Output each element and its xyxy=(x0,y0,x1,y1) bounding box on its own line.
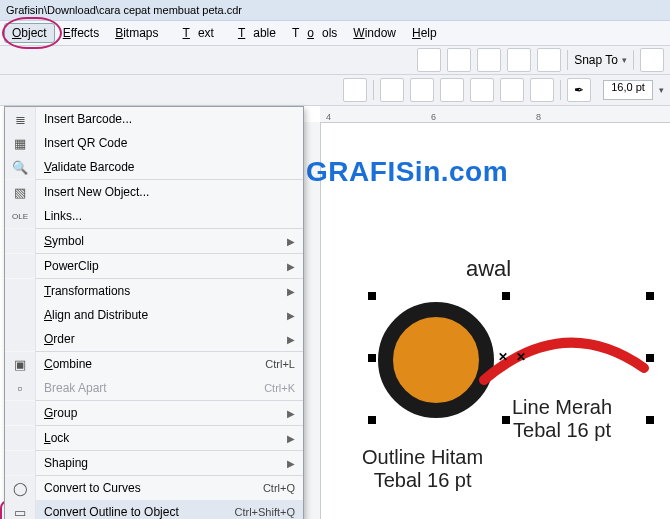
submenu-arrow-icon: ▶ xyxy=(279,458,303,469)
menu-links[interactable]: OLELinks... xyxy=(5,204,303,228)
menu-insert-new-object[interactable]: ▧Insert New Object... xyxy=(5,180,303,204)
outline-width-input[interactable]: 16,0 pt xyxy=(603,80,653,100)
break-icon: ▫ xyxy=(5,376,36,400)
menu-convert-outline-to-object[interactable]: ▭Convert Outline to ObjectCtrl+Shift+Q xyxy=(5,500,303,519)
toolbar-button[interactable] xyxy=(507,48,531,72)
menu-group[interactable]: Group▶ xyxy=(5,401,303,425)
center-marker: ✕ xyxy=(516,350,526,364)
snap-to-dropdown[interactable]: Snap To ▾ xyxy=(574,53,627,67)
combine-icon: ▣ xyxy=(5,352,36,376)
menu-table[interactable]: Table xyxy=(222,23,284,43)
object-dropdown-menu: ≣Insert Barcode... ▦Insert QR Code 🔍Vali… xyxy=(4,106,304,519)
menu-insert-qr[interactable]: ▦Insert QR Code xyxy=(5,131,303,155)
label-awal: awal xyxy=(466,256,511,282)
selection-handle[interactable] xyxy=(646,292,654,300)
toolbar-property: ✒ 16,0 pt ▾ xyxy=(0,75,670,106)
selection-handle[interactable] xyxy=(646,416,654,424)
pen-icon[interactable]: ✒ xyxy=(567,78,591,102)
menu-object[interactable]: Object xyxy=(4,23,55,43)
menu-break-apart: ▫Break ApartCtrl+K xyxy=(5,376,303,400)
submenu-arrow-icon: ▶ xyxy=(279,236,303,247)
prop-button[interactable] xyxy=(470,78,494,102)
canvas-area[interactable]: 468 www.GRAFISin.com awal ✕ ✕ Line Merah… xyxy=(302,106,670,519)
prop-button[interactable] xyxy=(500,78,524,102)
chevron-down-icon[interactable]: ▾ xyxy=(659,85,664,95)
menu-combine[interactable]: ▣CombineCtrl+L xyxy=(5,352,303,376)
menu-effects[interactable]: Effects xyxy=(55,23,107,43)
selection-handle[interactable] xyxy=(368,354,376,362)
toolbar-button[interactable] xyxy=(640,48,664,72)
menu-align-distribute[interactable]: Align and Distribute▶ xyxy=(5,303,303,327)
menu-validate-barcode[interactable]: 🔍Validate Barcode xyxy=(5,155,303,179)
selection-handle[interactable] xyxy=(646,354,654,362)
menu-convert-to-curves[interactable]: ◯Convert to CurvesCtrl+Q xyxy=(5,476,303,500)
submenu-arrow-icon: ▶ xyxy=(279,286,303,297)
menu-help[interactable]: Help xyxy=(404,23,445,43)
magnifier-icon: 🔍 xyxy=(5,155,36,179)
menu-bar: Object Effects Bitmaps Text Table Tools … xyxy=(0,21,670,46)
prop-button[interactable] xyxy=(530,78,554,102)
ruler-horizontal: 468 xyxy=(320,106,670,123)
submenu-arrow-icon: ▶ xyxy=(279,433,303,444)
menu-powerclip[interactable]: PowerClip▶ xyxy=(5,254,303,278)
menu-window[interactable]: Window xyxy=(345,23,404,43)
object-icon: ▧ xyxy=(5,180,36,204)
menu-insert-barcode[interactable]: ≣Insert Barcode... xyxy=(5,107,303,131)
outline-icon: ▭ xyxy=(5,500,36,519)
menu-lock[interactable]: Lock▶ xyxy=(5,426,303,450)
prop-button[interactable] xyxy=(343,78,367,102)
snap-to-label: Snap To xyxy=(574,53,618,67)
menu-symbol[interactable]: Symbol▶ xyxy=(5,229,303,253)
label-line-merah: Line MerahTebal 16 pt xyxy=(512,396,612,442)
curves-icon: ◯ xyxy=(5,476,36,500)
barcode-icon: ≣ xyxy=(5,107,36,131)
label-outline-hitam: Outline HitamTebal 16 pt xyxy=(362,446,483,492)
toolbar-button[interactable] xyxy=(477,48,501,72)
selection-handle[interactable] xyxy=(368,292,376,300)
selection-handle[interactable] xyxy=(502,292,510,300)
submenu-arrow-icon: ▶ xyxy=(279,310,303,321)
prop-button[interactable] xyxy=(410,78,434,102)
toolbar-button[interactable] xyxy=(417,48,441,72)
menu-transformations[interactable]: Transformations▶ xyxy=(5,279,303,303)
menu-tools[interactable]: Tools xyxy=(284,23,345,43)
red-line-object[interactable] xyxy=(484,332,644,392)
chevron-down-icon: ▾ xyxy=(622,55,627,65)
ole-icon: OLE xyxy=(5,204,36,228)
submenu-arrow-icon: ▶ xyxy=(279,261,303,272)
toolbar-button[interactable] xyxy=(447,48,471,72)
selection-handle[interactable] xyxy=(502,416,510,424)
menu-text[interactable]: Text xyxy=(167,23,222,43)
menu-shaping[interactable]: Shaping▶ xyxy=(5,451,303,475)
center-marker: ✕ xyxy=(498,350,508,364)
selection-handle[interactable] xyxy=(368,416,376,424)
prop-button[interactable] xyxy=(440,78,464,102)
toolbar-main: Snap To ▾ xyxy=(0,46,670,75)
submenu-arrow-icon: ▶ xyxy=(279,408,303,419)
toolbar-button[interactable] xyxy=(537,48,561,72)
menu-bitmaps[interactable]: Bitmaps xyxy=(107,23,166,43)
menu-order[interactable]: Order▶ xyxy=(5,327,303,351)
title-bar: Grafisin\Download\cara cepat membuat pet… xyxy=(0,0,670,21)
qr-icon: ▦ xyxy=(5,131,36,155)
prop-button[interactable] xyxy=(380,78,404,102)
circle-object[interactable] xyxy=(378,302,494,418)
submenu-arrow-icon: ▶ xyxy=(279,334,303,345)
